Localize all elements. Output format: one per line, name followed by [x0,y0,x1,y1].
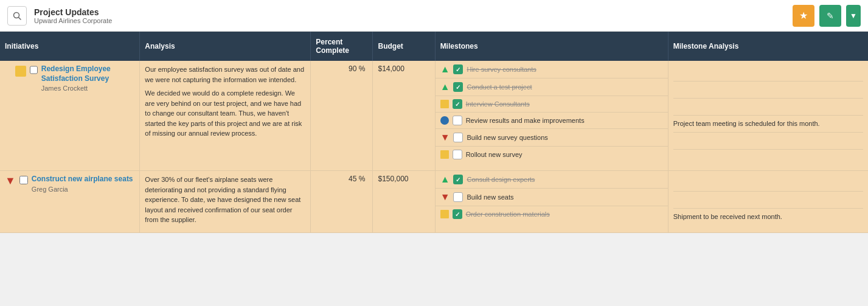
milestone-row: ✓ Order construction materials [436,206,668,222]
milestone-analysis-text: Project team meeting is scheduled for th… [673,120,820,127]
analysis-paragraph: We decided we would do a complete redesi… [145,88,305,139]
milestone-analysis-cell: Shipment to be received next month. [668,171,868,233]
col-budget: Budget [373,32,435,61]
milestones-cell: ▲ ✓ Hire survey consultants ▲ ✓ Conduct … [435,61,668,171]
milestone-label: Review results and make improvements [466,117,585,124]
milestone-checkbox[interactable]: ✓ [453,82,463,92]
milestone-analysis-row [673,64,863,82]
initiative-row: ▼ Construct new airplane seats Greg Garc… [5,175,134,193]
initiative-owner: Greg Garcia [32,186,133,193]
initiative-row: Redesign Employee Satisfaction Survey Ja… [5,64,134,92]
percent-cell: 45 % [311,171,373,233]
box-yellow-icon [440,150,449,159]
milestone-analysis-row [673,99,863,116]
milestone-row: ▲ ✓ Hire survey consultants [436,61,668,78]
milestone-row: ▼ Build new seats [436,189,668,206]
top-bar: Project Updates Upward Airlines Corporat… [0,0,868,32]
percent-value: 45 % [349,175,365,183]
analysis-paragraph: Over 30% of our fleet's airplane seats w… [145,175,305,225]
milestone-label: Rollout new survey [466,151,523,158]
col-initiatives: Initiatives [0,32,140,61]
milestone-label: Conduct a test project [467,83,532,91]
percent-value: 90 % [349,64,365,73]
milestone-analysis-text: Shipment to be received next month. [673,213,782,220]
initiative-cell: ▼ Construct new airplane seats Greg Garc… [0,171,140,233]
milestone-label: Order construction materials [466,210,550,218]
milestone-analysis-row [673,150,863,167]
top-bar-left: Project Updates Upward Airlines Corporat… [7,6,112,26]
arrow-up-icon: ▲ [440,64,450,75]
box-yellow-icon [440,100,449,108]
milestone-checkbox[interactable]: ✓ [453,64,463,74]
milestone-label: Build new survey questions [467,134,547,141]
milestone-label: Interview Consultants [466,100,530,108]
box-yellow-icon [440,210,449,218]
arrow-down-icon: ▼ [440,132,450,143]
milestone-row: Rollout new survey [436,147,668,162]
budget-cell: $14,000 [373,61,435,171]
budget-value: $14,000 [378,64,404,73]
table-wrapper: Initiatives Analysis PercentComplete Bud… [0,32,868,233]
initiative-arrow-icon: ▼ [5,175,16,187]
milestone-analysis-row: Shipment to be received next month. [673,209,863,226]
arrow-down-icon: ▼ [440,192,450,203]
project-info: Project Updates Upward Airlines Corporat… [34,7,112,24]
milestone-analysis-row [673,192,863,209]
milestone-checkbox[interactable]: ✓ [453,209,462,219]
initiative-owner: James Crockett [41,85,135,92]
milestone-label: Build new seats [467,193,513,201]
milestone-analysis-row: Project team meeting is scheduled for th… [673,116,863,133]
milestone-checkbox[interactable]: ✓ [453,99,462,109]
milestone-checkbox[interactable]: ✓ [453,175,463,184]
milestone-row: Review results and make improvements [436,113,668,129]
initiative-info: Construct new airplane seats Greg Garcia [32,175,133,193]
milestone-label: Hire survey consultants [467,66,536,73]
milestone-analysis-cell: Project team meeting is scheduled for th… [668,61,868,171]
table-row: ▼ Construct new airplane seats Greg Garc… [0,171,868,233]
milestone-row: ▲ ✓ Conduct a test project [436,78,668,96]
budget-cell: $150,000 [373,171,435,233]
search-button[interactable] [7,6,27,26]
top-bar-right: ★ ✎ ▼ [793,5,861,27]
milestones-cell: ▲ ✓ Consult design experts ▼ Build new s… [435,171,668,233]
milestone-row: ▼ Build new survey questions [436,129,668,147]
edit-button[interactable]: ✎ [819,5,841,27]
milestone-analysis-row [673,82,863,99]
milestone-analysis-row [673,133,863,150]
initiative-cell: Redesign Employee Satisfaction Survey Ja… [0,61,140,171]
analysis-paragraph: Our employee satisfaction survey was out… [145,64,305,85]
initiative-info: Redesign Employee Satisfaction Survey Ja… [41,64,135,92]
initiative-name[interactable]: Redesign Employee Satisfaction Survey [41,64,135,83]
col-milestones: Milestones [435,32,668,61]
initiative-name[interactable]: Construct new airplane seats [32,175,133,184]
arrow-up-icon: ▲ [440,82,450,92]
table-row: Redesign Employee Satisfaction Survey Ja… [0,61,868,171]
milestone-row: ▲ ✓ Consult design experts [436,171,668,189]
col-milestone-analysis: Milestone Analysis [668,32,868,61]
svg-line-1 [19,17,21,19]
initiative-checkbox[interactable] [19,176,28,184]
milestone-checkbox[interactable] [453,192,463,202]
main-table: Initiatives Analysis PercentComplete Bud… [0,32,868,233]
initiative-color-box [15,66,26,77]
arrow-up-icon: ▲ [440,174,450,185]
milestone-checkbox[interactable] [453,133,463,142]
analysis-cell: Over 30% of our fleet's airplane seats w… [140,171,311,233]
table-header-row: Initiatives Analysis PercentComplete Bud… [0,32,868,61]
milestone-checkbox[interactable] [453,150,462,159]
star-button[interactable]: ★ [793,5,814,27]
percent-cell: 90 % [311,61,373,171]
dropdown-button[interactable]: ▼ [846,5,861,27]
project-title: Project Updates [34,7,112,17]
project-subtitle: Upward Airlines Corporate [34,17,112,24]
milestone-checkbox[interactable] [453,116,462,125]
col-analysis: Analysis [140,32,311,61]
analysis-cell: Our employee satisfaction survey was out… [140,61,311,171]
milestone-label: Consult design experts [467,176,535,183]
initiative-checkbox[interactable] [30,66,38,74]
col-percent: PercentComplete [311,32,373,61]
budget-value: $150,000 [378,175,408,183]
milestone-row: ✓ Interview Consultants [436,96,668,113]
dot-blue-icon [440,116,449,125]
milestone-analysis-row [673,175,863,192]
